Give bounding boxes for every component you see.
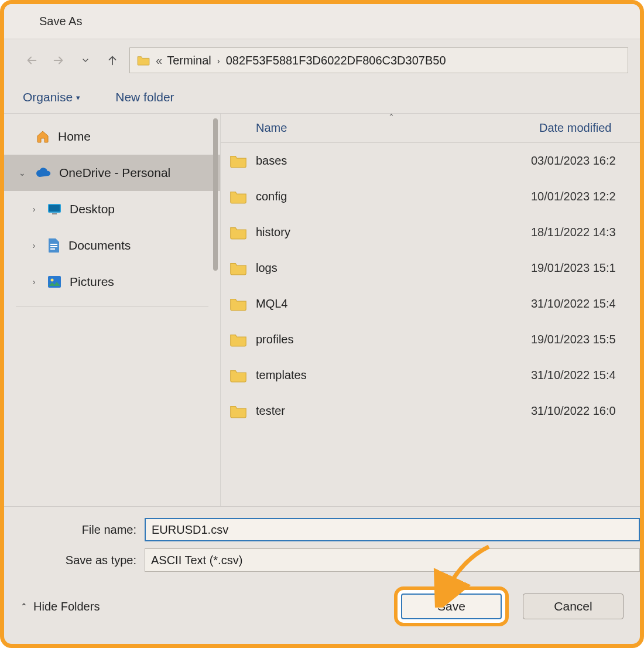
folder-icon <box>221 190 256 204</box>
file-area: ⌃ Name Date modified bases03/01/2023 16:… <box>221 114 640 506</box>
file-date: 03/01/2023 16:2 <box>527 154 640 168</box>
file-row[interactable]: profiles19/01/2023 15:5 <box>221 322 640 357</box>
file-row[interactable]: tester31/10/2022 16:0 <box>221 393 640 429</box>
address-bar[interactable]: « Terminal › 082F53F5881F3D6022DF806C3D3… <box>129 47 628 73</box>
sidebar-item-desktop[interactable]: › Desktop <box>4 191 220 227</box>
filetype-label: Save as type: <box>4 554 145 567</box>
file-row[interactable]: bases03/01/2023 16:2 <box>221 143 640 179</box>
document-icon <box>47 238 60 253</box>
footer: ⌃ Hide Folders Save Cancel <box>4 576 640 637</box>
bottom-panel: File name: EURUSD1.csv Save as type: ASC… <box>4 506 640 644</box>
file-name: logs <box>256 261 527 275</box>
chevron-right-icon[interactable]: › <box>29 277 39 287</box>
sidebar-item-documents[interactable]: › Documents <box>4 227 220 264</box>
caret-down-icon: ▾ <box>76 93 80 102</box>
filename-input[interactable]: EURUSD1.csv <box>145 518 640 541</box>
folder-icon <box>221 404 256 418</box>
window-title: Save As <box>39 15 82 28</box>
chevron-right-icon[interactable]: › <box>29 204 39 214</box>
pictures-icon <box>47 275 61 288</box>
sidebar-item-pictures[interactable]: › Pictures <box>4 264 220 300</box>
column-header-date[interactable]: Date modified <box>527 121 640 135</box>
chevron-right-icon[interactable]: › <box>29 241 39 250</box>
file-date: 10/01/2023 12:2 <box>527 190 640 203</box>
back-button[interactable] <box>22 50 42 70</box>
column-header-name[interactable]: Name <box>221 121 527 135</box>
folder-icon <box>221 333 256 347</box>
save-as-dialog: Save As « Terminal › 082F53F5881F3D6022D… <box>0 0 644 648</box>
file-date: 31/10/2022 16:0 <box>527 404 640 418</box>
file-list[interactable]: bases03/01/2023 16:2config10/01/2023 12:… <box>221 143 640 506</box>
up-button[interactable] <box>102 50 122 70</box>
cloud-icon <box>36 168 51 178</box>
button-group: Save Cancel <box>394 586 624 626</box>
chevron-right-icon[interactable]: › <box>217 56 220 66</box>
file-row[interactable]: logs19/01/2023 15:1 <box>221 250 640 286</box>
svg-point-7 <box>51 279 54 282</box>
chevron-down-icon[interactable]: ⌄ <box>17 168 28 178</box>
column-headers: ⌃ Name Date modified <box>221 114 640 143</box>
svg-rect-5 <box>50 248 55 250</box>
file-row[interactable]: MQL431/10/2022 15:4 <box>221 286 640 322</box>
folder-icon <box>221 261 256 275</box>
breadcrumb-part-terminal[interactable]: Terminal <box>167 54 211 67</box>
file-row[interactable]: templates31/10/2022 15:4 <box>221 357 640 393</box>
file-name: profiles <box>256 333 527 346</box>
file-row[interactable]: history18/11/2022 14:3 <box>221 214 640 250</box>
svg-rect-4 <box>50 246 57 247</box>
breadcrumb-prefix: « <box>156 54 162 67</box>
file-name: history <box>256 226 527 239</box>
forward-button[interactable] <box>49 50 68 70</box>
folder-icon <box>221 154 256 168</box>
hide-folders-button[interactable]: ⌃ Hide Folders <box>20 600 100 613</box>
sort-indicator-icon: ⌃ <box>388 112 395 121</box>
file-name: tester <box>256 404 527 418</box>
save-highlight: Save <box>394 586 509 626</box>
breadcrumb-part-hash[interactable]: 082F53F5881F3D6022DF806C3D307B50 <box>226 54 446 67</box>
sidebar-item-onedrive[interactable]: ⌄ OneDrive - Personal <box>4 155 220 191</box>
body: Home ⌄ OneDrive - Personal › Desktop › D… <box>4 113 640 506</box>
sidebar-separator <box>16 306 208 306</box>
filename-label: File name: <box>4 523 145 537</box>
file-date: 18/11/2022 14:3 <box>527 226 640 239</box>
new-folder-button[interactable]: New folder <box>115 90 174 104</box>
file-name: config <box>256 190 527 203</box>
recent-dropdown[interactable] <box>76 50 95 70</box>
save-button[interactable]: Save <box>401 594 502 619</box>
folder-icon <box>221 226 256 240</box>
sidebar: Home ⌄ OneDrive - Personal › Desktop › D… <box>4 114 221 506</box>
folder-icon <box>137 55 150 66</box>
chevron-up-icon: ⌃ <box>20 602 28 611</box>
toolbar: Organise ▾ New folder <box>4 81 640 113</box>
file-name: templates <box>256 369 527 382</box>
home-icon <box>36 129 50 144</box>
svg-rect-2 <box>52 213 57 214</box>
folder-icon <box>221 369 256 383</box>
file-date: 19/01/2023 15:1 <box>527 261 640 275</box>
file-name: bases <box>256 154 527 168</box>
cancel-button[interactable]: Cancel <box>523 594 624 619</box>
folder-icon <box>221 297 256 311</box>
desktop-icon <box>47 203 61 215</box>
file-name: MQL4 <box>256 297 527 311</box>
file-date: 19/01/2023 15:5 <box>527 333 640 346</box>
svg-rect-1 <box>49 205 60 212</box>
file-date: 31/10/2022 15:4 <box>527 297 640 311</box>
sidebar-item-home[interactable]: Home <box>4 118 220 155</box>
organise-menu[interactable]: Organise ▾ <box>23 90 80 104</box>
file-row[interactable]: config10/01/2023 12:2 <box>221 179 640 214</box>
filetype-row: Save as type: ASCII Text (*.csv) <box>4 545 640 575</box>
file-date: 31/10/2022 15:4 <box>527 369 640 382</box>
nav-row: « Terminal › 082F53F5881F3D6022DF806C3D3… <box>4 39 640 81</box>
filetype-select[interactable]: ASCII Text (*.csv) <box>145 548 640 572</box>
sidebar-scrollbar[interactable] <box>213 118 218 271</box>
svg-rect-3 <box>50 244 57 245</box>
filename-row: File name: EURUSD1.csv <box>4 515 640 544</box>
titlebar: Save As <box>4 4 640 39</box>
